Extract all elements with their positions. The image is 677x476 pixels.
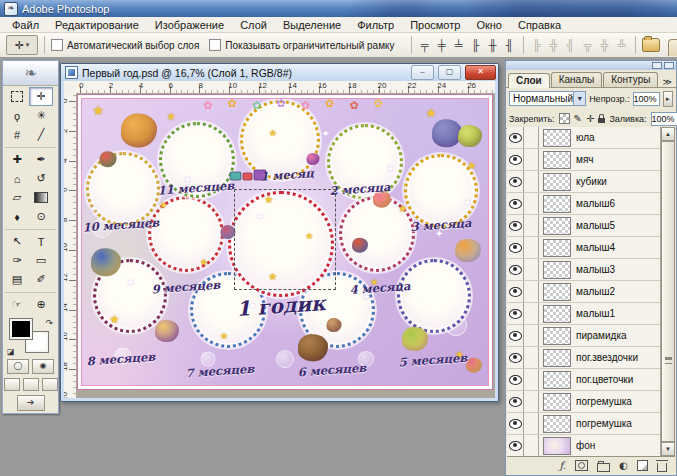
layer-link-cell[interactable]: [524, 281, 539, 302]
layer-row[interactable]: малыш4: [507, 237, 660, 259]
tool-lasso[interactable]: ϙ: [5, 106, 29, 125]
layer-main-cell[interactable]: малыш1: [539, 303, 660, 324]
layer-main-cell[interactable]: кубики: [539, 171, 660, 192]
default-colors-icon[interactable]: ◪: [7, 347, 15, 356]
layer-row[interactable]: малыш5: [507, 215, 660, 237]
tool-type[interactable]: T: [29, 232, 53, 251]
scrollbar-thumb[interactable]: [661, 141, 675, 442]
layer-link-cell[interactable]: [524, 435, 539, 456]
standard-mode-button[interactable]: ◯: [7, 359, 29, 374]
layer-row[interactable]: кубики: [507, 171, 660, 193]
file-browser-icon[interactable]: [642, 38, 660, 52]
quick-mask-button[interactable]: ◉: [32, 359, 54, 374]
tool-pen[interactable]: ✑: [5, 251, 29, 270]
opacity-input[interactable]: 100%: [633, 92, 660, 106]
layer-main-cell[interactable]: малыш5: [539, 215, 660, 236]
layer-visibility-cell[interactable]: [507, 237, 524, 258]
tool-magic-wand[interactable]: ✳: [29, 106, 53, 125]
layer-visibility-cell[interactable]: [507, 413, 524, 434]
tool-clone-stamp[interactable]: ⌂: [5, 169, 29, 188]
layer-main-cell[interactable]: погремушка: [539, 413, 660, 434]
document-title-bar[interactable]: Первый год.psd @ 16,7% (Слой 1, RGB/8#) …: [61, 64, 498, 81]
adjustment-layer-icon[interactable]: ◐: [619, 460, 628, 471]
layer-visibility-cell[interactable]: [507, 435, 524, 456]
tool-slice[interactable]: ╱: [29, 125, 53, 144]
tab-brushes[interactable]: Кисти: [668, 39, 677, 56]
layer-link-cell[interactable]: [524, 369, 539, 390]
menu-Файл[interactable]: Файл: [4, 19, 47, 31]
layer-row[interactable]: фон: [507, 435, 660, 456]
tool-healing-brush[interactable]: ✚: [5, 150, 29, 169]
new-group-icon[interactable]: [597, 463, 610, 472]
scroll-down-icon[interactable]: ▼: [661, 442, 675, 456]
layer-main-cell[interactable]: фон: [539, 435, 660, 456]
layer-row[interactable]: малыш1: [507, 303, 660, 325]
lock-position-icon[interactable]: ✛: [586, 113, 594, 124]
align-icon[interactable]: ╫: [486, 39, 500, 51]
menu-Выделение[interactable]: Выделение: [275, 19, 349, 31]
tool-blur[interactable]: ♦: [5, 207, 29, 226]
layer-visibility-cell[interactable]: [507, 325, 524, 346]
tool-rectangular-marquee[interactable]: [5, 87, 29, 106]
layer-visibility-cell[interactable]: [507, 347, 524, 368]
full-screen-menubar-button[interactable]: [23, 378, 39, 391]
menu-Редактирование[interactable]: Редактирование: [47, 19, 147, 31]
layer-row[interactable]: погремушка: [507, 391, 660, 413]
new-layer-icon[interactable]: [637, 460, 648, 471]
layer-row[interactable]: малыш3: [507, 259, 660, 281]
layer-visibility-cell[interactable]: [507, 215, 524, 236]
layer-link-cell[interactable]: [524, 127, 539, 148]
layer-visibility-cell[interactable]: [507, 149, 524, 170]
layer-link-cell[interactable]: [524, 413, 539, 434]
layer-link-cell[interactable]: [524, 171, 539, 192]
move-tool-preset[interactable]: ✛ ▾: [6, 35, 38, 55]
fill-input[interactable]: 100%: [651, 112, 677, 126]
layer-main-cell[interactable]: пог.звездочки: [539, 347, 660, 368]
layer-main-cell[interactable]: пирамидка: [539, 325, 660, 346]
panel-close-icon[interactable]: [664, 62, 674, 69]
layer-visibility-cell[interactable]: [507, 259, 524, 280]
align-icon[interactable]: ╪: [435, 39, 449, 51]
tool-eraser[interactable]: ▱: [5, 188, 29, 207]
tool-shape[interactable]: ▭: [29, 251, 53, 270]
auto-select-layer-checkbox[interactable]: Автоматический выбор слоя: [51, 39, 199, 51]
layer-style-icon[interactable]: ƒ.: [559, 460, 566, 471]
lock-transparency-icon[interactable]: [559, 113, 570, 124]
panel-menu-icon[interactable]: ≫: [663, 77, 674, 87]
tool-hand[interactable]: ☞: [5, 295, 29, 314]
tab-layers[interactable]: Слои: [508, 73, 550, 88]
tool-zoom[interactable]: ⊕: [29, 295, 53, 314]
tool-eyedropper[interactable]: ✐: [29, 270, 53, 289]
tool-dodge[interactable]: ⊙: [29, 207, 53, 226]
layer-visibility-cell[interactable]: [507, 171, 524, 192]
tool-gradient[interactable]: [29, 188, 53, 207]
menu-Справка[interactable]: Справка: [510, 19, 569, 31]
tab-paths[interactable]: Контуры: [603, 72, 658, 87]
lock-image-icon[interactable]: ✎: [574, 113, 582, 124]
layer-link-cell[interactable]: [524, 347, 539, 368]
layer-visibility-cell[interactable]: [507, 127, 524, 148]
layer-row[interactable]: пог.звездочки: [507, 347, 660, 369]
layer-visibility-cell[interactable]: [507, 369, 524, 390]
tab-channels[interactable]: Каналы: [551, 72, 603, 87]
layer-main-cell[interactable]: малыш3: [539, 259, 660, 280]
menu-Фильтр[interactable]: Фильтр: [349, 19, 402, 31]
layer-link-cell[interactable]: [524, 149, 539, 170]
tool-brush[interactable]: ✒: [29, 150, 53, 169]
lock-all-icon[interactable]: [598, 118, 605, 123]
layer-main-cell[interactable]: погремушка: [539, 391, 660, 412]
canvas[interactable]: 1 месяц2 месяца3 месяца4 месяца5 месяцев…: [77, 94, 493, 390]
layer-row[interactable]: малыш6: [507, 193, 660, 215]
panel-minimize-icon[interactable]: [652, 62, 662, 69]
menu-Окно[interactable]: Окно: [468, 19, 510, 31]
menu-Слой[interactable]: Слой: [232, 19, 275, 31]
scroll-up-icon[interactable]: ▲: [661, 127, 675, 141]
layer-row[interactable]: погремушка: [507, 413, 660, 435]
tool-history-brush[interactable]: ↺: [29, 169, 53, 188]
layer-visibility-cell[interactable]: [507, 281, 524, 302]
jump-to-imageready-button[interactable]: ➔: [17, 395, 45, 411]
add-mask-icon[interactable]: [575, 460, 588, 471]
tool-notes[interactable]: ▤: [5, 270, 29, 289]
layer-visibility-cell[interactable]: [507, 303, 524, 324]
minimize-button[interactable]: –: [411, 65, 434, 80]
